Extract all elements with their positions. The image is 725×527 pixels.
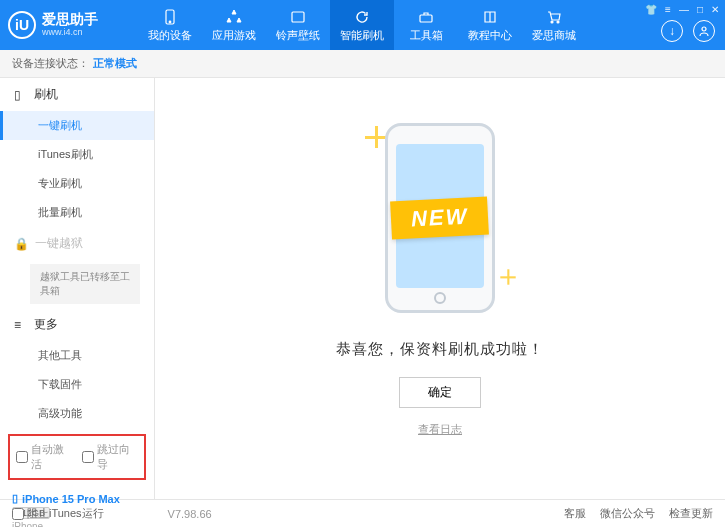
footer-wechat[interactable]: 微信公众号 bbox=[600, 506, 655, 521]
status-value: 正常模式 bbox=[93, 56, 137, 71]
close-icon[interactable]: ✕ bbox=[711, 4, 719, 15]
toolbox-icon bbox=[417, 8, 435, 26]
skin-icon[interactable]: 👕 bbox=[645, 4, 657, 15]
app-url: www.i4.cn bbox=[42, 28, 98, 38]
footer-update[interactable]: 检查更新 bbox=[669, 506, 713, 521]
app-header: iU 爱思助手 www.i4.cn 我的设备 应用游戏 铃声壁纸 智能刷机 工具… bbox=[0, 0, 725, 50]
sidebar-item-pro[interactable]: 专业刷机 bbox=[0, 169, 154, 198]
sidebar-item-download[interactable]: 下载固件 bbox=[0, 370, 154, 399]
sidebar-item-oneclick[interactable]: 一键刷机 bbox=[0, 111, 154, 140]
window-controls: 👕 ≡ — □ ✕ bbox=[645, 4, 719, 15]
book-icon bbox=[481, 8, 499, 26]
svg-point-4 bbox=[551, 21, 553, 23]
device-name[interactable]: ▯ iPhone 15 Pro Max bbox=[12, 492, 142, 505]
nav-my-device[interactable]: 我的设备 bbox=[138, 0, 202, 50]
nav-toolbox[interactable]: 工具箱 bbox=[394, 0, 458, 50]
svg-rect-3 bbox=[420, 15, 432, 22]
success-message: 恭喜您，保资料刷机成功啦！ bbox=[336, 340, 544, 359]
image-icon bbox=[289, 8, 307, 26]
options-box: 自动激活 跳过向导 bbox=[8, 434, 146, 480]
checkbox-skip-guide[interactable]: 跳过向导 bbox=[82, 442, 138, 472]
phone-small-icon: ▯ bbox=[14, 88, 28, 102]
checkbox-auto-activate[interactable]: 自动激活 bbox=[16, 442, 72, 472]
version-label: V7.98.66 bbox=[168, 508, 212, 520]
sidebar-item-itunes[interactable]: iTunes刷机 bbox=[0, 140, 154, 169]
nav-apps[interactable]: 应用游戏 bbox=[202, 0, 266, 50]
main-panel: NEW 恭喜您，保资料刷机成功啦！ 确定 查看日志 bbox=[155, 78, 725, 499]
view-log-link[interactable]: 查看日志 bbox=[418, 422, 462, 437]
refresh-icon bbox=[353, 8, 371, 26]
status-label: 设备连接状态： bbox=[12, 56, 89, 71]
phone-icon bbox=[161, 8, 179, 26]
nav-flash[interactable]: 智能刷机 bbox=[330, 0, 394, 50]
nav-store[interactable]: 爱思商城 bbox=[522, 0, 586, 50]
svg-point-5 bbox=[557, 21, 559, 23]
ok-button[interactable]: 确定 bbox=[399, 377, 481, 408]
menu-icon[interactable]: ≡ bbox=[665, 4, 671, 15]
user-button[interactable] bbox=[693, 20, 715, 42]
device-type: iPhone bbox=[12, 521, 142, 527]
sidebar-item-advanced[interactable]: 高级功能 bbox=[0, 399, 154, 428]
status-bar: 设备连接状态： 正常模式 bbox=[0, 50, 725, 78]
apps-icon bbox=[225, 8, 243, 26]
sidebar-group-more[interactable]: ≡ 更多 bbox=[0, 308, 154, 341]
footer-support[interactable]: 客服 bbox=[564, 506, 586, 521]
jailbreak-note: 越狱工具已转移至工具箱 bbox=[30, 264, 140, 304]
sidebar-group-flash[interactable]: ▯ 刷机 bbox=[0, 78, 154, 111]
sidebar-group-jailbreak: 🔒 一键越狱 bbox=[0, 227, 154, 260]
success-illustration: NEW bbox=[355, 118, 525, 318]
list-icon: ≡ bbox=[14, 318, 28, 332]
top-nav: 我的设备 应用游戏 铃声壁纸 智能刷机 工具箱 教程中心 爱思商城 bbox=[138, 0, 586, 50]
sidebar: ▯ 刷机 一键刷机 iTunes刷机 专业刷机 批量刷机 🔒 一键越狱 越狱工具… bbox=[0, 78, 155, 499]
svg-point-6 bbox=[702, 27, 706, 31]
maximize-icon[interactable]: □ bbox=[697, 4, 703, 15]
app-title: 爱思助手 bbox=[42, 12, 98, 27]
svg-rect-2 bbox=[292, 12, 304, 22]
cart-icon bbox=[545, 8, 563, 26]
logo: iU 爱思助手 www.i4.cn bbox=[8, 11, 138, 39]
checkbox-block-itunes[interactable]: 阻止iTunes运行 bbox=[12, 506, 104, 521]
nav-tutorial[interactable]: 教程中心 bbox=[458, 0, 522, 50]
nav-ringtone[interactable]: 铃声壁纸 bbox=[266, 0, 330, 50]
download-button[interactable]: ↓ bbox=[661, 20, 683, 42]
new-badge: NEW bbox=[390, 196, 489, 239]
device-phone-icon: ▯ bbox=[12, 492, 18, 505]
logo-icon: iU bbox=[8, 11, 36, 39]
sidebar-item-batch[interactable]: 批量刷机 bbox=[0, 198, 154, 227]
sidebar-item-other[interactable]: 其他工具 bbox=[0, 341, 154, 370]
svg-point-1 bbox=[169, 21, 171, 23]
minimize-icon[interactable]: — bbox=[679, 4, 689, 15]
lock-icon: 🔒 bbox=[14, 237, 29, 251]
